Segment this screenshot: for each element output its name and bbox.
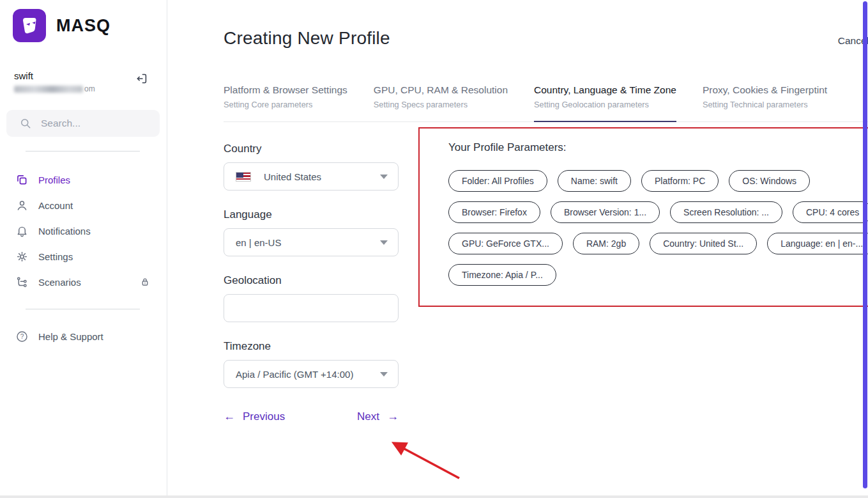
geo-form: Country United States Language en | en-U… bbox=[224, 127, 399, 423]
vertical-scrollbar[interactable] bbox=[863, 1, 867, 488]
user-email: om bbox=[14, 84, 95, 93]
chevron-down-icon bbox=[380, 240, 388, 245]
parameter-pill: Screen Resolution: ... bbox=[670, 201, 782, 223]
user-email-redacted bbox=[14, 86, 83, 93]
app-window: MASQ swift om bbox=[0, 0, 868, 498]
window-bottom-edge bbox=[0, 495, 868, 498]
previous-button[interactable]: ← Previous bbox=[224, 410, 285, 423]
timezone-value: Apia / Pacific (GMT +14:00) bbox=[236, 369, 380, 380]
sidebar: MASQ swift om bbox=[0, 0, 167, 495]
tab-country-language-timezone[interactable]: Country, Language & Time Zone Setting Ge… bbox=[534, 84, 676, 121]
sidebar-footer: ? Help & Support bbox=[0, 323, 167, 349]
tab-sublabel: Setting Geolocation parameters bbox=[534, 100, 676, 109]
brand: MASQ bbox=[0, 0, 167, 42]
chevron-down-icon bbox=[380, 372, 388, 377]
sidebar-item-label: Account bbox=[38, 200, 151, 211]
parameters-title: Your Profile Parameters: bbox=[448, 141, 868, 154]
timezone-select[interactable]: Apia / Pacific (GMT +14:00) bbox=[224, 360, 399, 388]
tab-sublabel: Setting Specs parameters bbox=[374, 100, 508, 109]
next-button[interactable]: Next → bbox=[357, 410, 399, 423]
arrow-right-icon: → bbox=[387, 410, 399, 423]
sidebar-item-scenarios[interactable]: Scenarios bbox=[0, 269, 167, 295]
masq-logo-icon[interactable] bbox=[13, 9, 46, 42]
parameter-pill: Browser: Firefox bbox=[448, 201, 540, 223]
bell-icon bbox=[15, 224, 29, 238]
parameter-pill: Language: en | en-... bbox=[767, 233, 868, 254]
sidebar-item-settings[interactable]: Settings bbox=[0, 244, 167, 269]
logout-icon[interactable] bbox=[135, 72, 149, 86]
gear-icon bbox=[15, 250, 29, 263]
country-select[interactable]: United States bbox=[224, 162, 399, 191]
profiles-icon bbox=[15, 173, 29, 187]
sidebar-item-label: Notifications bbox=[38, 226, 151, 237]
geolocation-label: Geolocation bbox=[224, 274, 399, 287]
parameter-pill: Timezone: Apia / P... bbox=[448, 264, 556, 286]
search-icon bbox=[19, 117, 32, 130]
user-name: swift bbox=[14, 70, 95, 81]
account-icon bbox=[15, 199, 29, 212]
scenarios-icon bbox=[15, 276, 29, 289]
country-value: United States bbox=[264, 171, 380, 182]
parameter-pill: Folder: All Profiles bbox=[448, 170, 547, 192]
sidebar-divider bbox=[26, 309, 140, 309]
wizard-steps: ← Previous Next → bbox=[224, 410, 399, 423]
tab-proxy-cookies-fingerprint[interactable]: Proxy, Cookies & Fingerptint Setting Tec… bbox=[703, 84, 827, 121]
chevron-down-icon bbox=[380, 175, 388, 179]
tab-label: Platform & Browser Settings bbox=[224, 84, 347, 96]
tab-content: Country United States Language en | en-U… bbox=[224, 127, 868, 423]
arrow-left-icon: ← bbox=[224, 410, 235, 423]
parameter-pills: Folder: All Profiles Name: swift Platfor… bbox=[448, 170, 868, 286]
sidebar-item-notifications[interactable]: Notifications bbox=[0, 218, 167, 244]
parameter-pill: Name: swift bbox=[558, 170, 631, 192]
page-title: Creating New Profile bbox=[224, 28, 390, 49]
sidebar-item-label: Scenarios bbox=[38, 277, 129, 288]
profile-parameters-panel: Your Profile Parameters: Folder: All Pro… bbox=[418, 127, 868, 307]
country-label: Country bbox=[224, 143, 399, 155]
page-header: Creating New Profile Cancel ✕ bbox=[224, 28, 868, 49]
next-label: Next bbox=[357, 410, 379, 423]
tab-sublabel: Setting Core parameters bbox=[224, 100, 347, 109]
wizard-tabs: Platform & Browser Settings Setting Core… bbox=[224, 84, 868, 122]
parameter-pill: RAM: 2gb bbox=[573, 233, 639, 254]
svg-text:?: ? bbox=[20, 333, 24, 340]
tab-label: GPU, CPU, RAM & Resolution bbox=[374, 84, 508, 96]
sidebar-item-label: Profiles bbox=[38, 175, 151, 185]
previous-label: Previous bbox=[243, 410, 285, 423]
sidebar-item-label: Help & Support bbox=[38, 331, 151, 342]
user-block: swift om bbox=[14, 70, 149, 93]
parameter-pill: Browser Version: 1... bbox=[551, 201, 660, 223]
brand-name: MASQ bbox=[56, 16, 110, 36]
sidebar-item-profiles[interactable]: Profiles bbox=[0, 167, 167, 192]
tab-sublabel: Setting Technical parameters bbox=[703, 100, 827, 109]
geolocation-input[interactable] bbox=[224, 294, 399, 322]
us-flag-icon bbox=[236, 172, 251, 182]
language-label: Language bbox=[224, 208, 399, 221]
sidebar-divider bbox=[26, 151, 140, 152]
parameter-pill: Platform: PC bbox=[641, 170, 719, 192]
help-icon: ? bbox=[15, 330, 29, 343]
tab-platform-browser[interactable]: Platform & Browser Settings Setting Core… bbox=[224, 84, 347, 121]
parameter-pill: OS: Windows bbox=[729, 170, 810, 192]
lock-icon bbox=[139, 276, 151, 288]
tab-label: Proxy, Cookies & Fingerptint bbox=[703, 84, 827, 96]
search-box bbox=[6, 110, 159, 137]
parameter-pill: CPU: 4 cores bbox=[793, 201, 868, 223]
language-select[interactable]: en | en-US bbox=[224, 228, 399, 256]
sidebar-item-help-support[interactable]: ? Help & Support bbox=[0, 323, 167, 349]
language-value: en | en-US bbox=[236, 237, 380, 248]
tab-gpu-cpu-ram[interactable]: GPU, CPU, RAM & Resolution Setting Specs… bbox=[374, 84, 508, 121]
sidebar-nav: Profiles Account Notifications bbox=[0, 167, 167, 295]
timezone-label: Timezone bbox=[224, 340, 399, 353]
sidebar-item-account[interactable]: Account bbox=[0, 192, 167, 218]
main-panel: Creating New Profile Cancel ✕ Platform &… bbox=[167, 0, 868, 498]
parameter-pill: GPU: GeForce GTX... bbox=[448, 233, 563, 254]
parameter-pill: Country: United St... bbox=[650, 233, 757, 254]
user-email-suffix: om bbox=[84, 84, 95, 93]
tab-label: Country, Language & Time Zone bbox=[534, 84, 676, 96]
sidebar-item-label: Settings bbox=[38, 251, 151, 262]
